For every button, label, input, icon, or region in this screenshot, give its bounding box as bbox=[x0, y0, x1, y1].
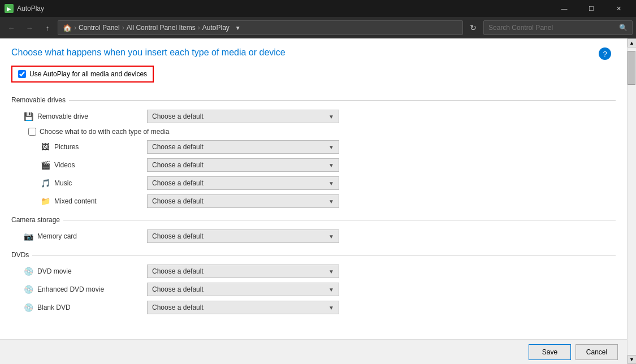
media-type-checkbox[interactable] bbox=[28, 128, 36, 136]
scroll-track bbox=[628, 47, 636, 355]
section-removable-header: Removable drives bbox=[11, 96, 616, 104]
mixed-label: Mixed content bbox=[54, 197, 97, 205]
bottom-bar: Save Cancel bbox=[0, 339, 627, 364]
enhanced-dvd-value: Choose a default bbox=[152, 285, 204, 293]
refresh-button[interactable]: ↻ bbox=[465, 20, 481, 36]
maximize-button[interactable]: ☐ bbox=[578, 0, 604, 17]
select-arrow-icon: ▼ bbox=[328, 114, 334, 120]
memory-card-value: Choose a default bbox=[152, 232, 204, 240]
music-value: Choose a default bbox=[152, 179, 204, 187]
select-arrow-icon: ▼ bbox=[328, 144, 334, 150]
row-enhanced-dvd: 💿 Enhanced DVD movie Choose a default ▼ bbox=[11, 283, 616, 296]
select-arrow-icon: ▼ bbox=[328, 233, 334, 240]
section-removable-label: Removable drives bbox=[11, 96, 69, 104]
page-title: Choose what happens when you insert each… bbox=[11, 47, 616, 58]
search-input[interactable] bbox=[488, 24, 616, 32]
app-icon: ▶ bbox=[5, 4, 14, 13]
breadcrumb-sep-1: › bbox=[74, 24, 76, 32]
scroll-thumb[interactable] bbox=[628, 51, 635, 85]
breadcrumb-control-panel[interactable]: Control Panel bbox=[79, 24, 120, 32]
section-line-camera bbox=[63, 220, 616, 220]
mixed-select[interactable]: Choose a default ▼ bbox=[147, 194, 339, 208]
breadcrumb-all-items[interactable]: All Control Panel Items bbox=[127, 24, 196, 32]
dvd-movie-label: DVD movie bbox=[37, 267, 72, 275]
scroll-down-arrow[interactable]: ▼ bbox=[628, 355, 637, 364]
breadcrumb-bar: 🏠 › Control Panel › All Control Panel It… bbox=[58, 20, 463, 35]
pictures-value: Choose a default bbox=[152, 143, 204, 151]
addressbar: ← → ↑ 🏠 › Control Panel › All Control Pa… bbox=[0, 17, 636, 38]
breadcrumb-sep-2: › bbox=[122, 24, 124, 32]
autoplay-master-checkbox[interactable] bbox=[18, 70, 26, 78]
help-button[interactable]: ? bbox=[599, 47, 611, 60]
music-label: Music bbox=[54, 179, 72, 187]
removable-drive-label: Removable drive bbox=[37, 112, 88, 120]
music-select[interactable]: Choose a default ▼ bbox=[147, 176, 339, 190]
blank-dvd-label: Blank DVD bbox=[37, 304, 71, 311]
removable-drive-select[interactable]: Choose a default ▼ bbox=[147, 110, 339, 123]
pictures-label: Pictures bbox=[54, 143, 79, 151]
titlebar: ▶ AutoPlay — ☐ ✕ bbox=[0, 0, 636, 17]
row-pictures: 🖼 Pictures Choose a default ▼ bbox=[11, 140, 616, 154]
main-container: ? Choose what happens when you insert ea… bbox=[0, 38, 636, 364]
select-arrow-icon: ▼ bbox=[328, 305, 334, 311]
section-line-dvds bbox=[32, 255, 616, 255]
select-arrow-icon: ▼ bbox=[328, 180, 334, 187]
row-removable-drive: 💾 Removable drive Choose a default ▼ bbox=[11, 110, 616, 123]
removable-drive-value: Choose a default bbox=[152, 112, 204, 120]
section-dvds-label: DVDs bbox=[11, 251, 32, 259]
enhanced-dvd-select[interactable]: Choose a default ▼ bbox=[147, 283, 339, 296]
back-button[interactable]: ← bbox=[3, 20, 19, 36]
autoplay-master-label: Use AutoPlay for all media and devices bbox=[29, 70, 147, 78]
row-dvd-movie: 💿 DVD movie Choose a default ▼ bbox=[11, 265, 616, 278]
content-area: ? Choose what happens when you insert ea… bbox=[0, 38, 627, 364]
pictures-select[interactable]: Choose a default ▼ bbox=[147, 140, 339, 154]
camera-icon: 📷 bbox=[23, 231, 34, 242]
scroll-up-arrow[interactable]: ▲ bbox=[628, 38, 637, 47]
window-controls: — ☐ ✕ bbox=[551, 0, 631, 17]
row-mixed: 📁 Mixed content Choose a default ▼ bbox=[11, 194, 616, 208]
select-arrow-icon: ▼ bbox=[328, 287, 334, 293]
dvd-movie-select[interactable]: Choose a default ▼ bbox=[147, 265, 339, 278]
window-title: AutoPlay bbox=[17, 5, 551, 12]
section-camera-label: Camera storage bbox=[11, 216, 63, 224]
memory-card-label: Memory card bbox=[37, 232, 77, 240]
search-icon: 🔍 bbox=[619, 24, 628, 32]
section-dvds-header: DVDs bbox=[11, 251, 616, 259]
select-arrow-icon: ▼ bbox=[328, 198, 334, 205]
minimize-button[interactable]: — bbox=[551, 0, 577, 17]
blank-dvd-icon: 💿 bbox=[23, 302, 34, 313]
enhanced-dvd-label: Enhanced DVD movie bbox=[37, 285, 104, 293]
close-button[interactable]: ✕ bbox=[605, 0, 631, 17]
videos-icon: 🎬 bbox=[40, 159, 51, 171]
home-icon: 🏠 bbox=[63, 24, 72, 32]
cancel-button[interactable]: Cancel bbox=[576, 344, 618, 360]
music-icon: 🎵 bbox=[40, 177, 51, 189]
drive-icon: 💾 bbox=[23, 111, 34, 122]
breadcrumb-sep-3: › bbox=[198, 24, 200, 32]
blank-dvd-value: Choose a default bbox=[152, 304, 204, 311]
select-arrow-icon: ▼ bbox=[328, 268, 334, 275]
save-button[interactable]: Save bbox=[529, 344, 571, 360]
breadcrumb-dropdown-button[interactable]: ▼ bbox=[232, 20, 244, 35]
mixed-value: Choose a default bbox=[152, 197, 204, 205]
up-button[interactable]: ↑ bbox=[40, 20, 55, 36]
forward-button[interactable]: → bbox=[21, 20, 37, 36]
blank-dvd-select[interactable]: Choose a default ▼ bbox=[147, 301, 339, 314]
section-camera-header: Camera storage bbox=[11, 216, 616, 224]
select-arrow-icon: ▼ bbox=[328, 162, 334, 168]
row-memory-card: 📷 Memory card Choose a default ▼ bbox=[11, 229, 616, 243]
dvd-movie-icon: 💿 bbox=[23, 266, 34, 277]
breadcrumb-autoplay[interactable]: AutoPlay bbox=[202, 24, 230, 32]
section-line bbox=[69, 100, 616, 101]
pictures-icon: 🖼 bbox=[40, 141, 51, 153]
scrollbar[interactable]: ▲ ▼ bbox=[627, 38, 636, 364]
media-type-checkbox-row: Choose what to do with each type of medi… bbox=[11, 128, 616, 136]
memory-card-select[interactable]: Choose a default ▼ bbox=[147, 229, 339, 243]
row-blank-dvd: 💿 Blank DVD Choose a default ▼ bbox=[11, 301, 616, 314]
autoplay-master-checkbox-section: Use AutoPlay for all media and devices bbox=[11, 66, 154, 83]
mixed-icon: 📁 bbox=[40, 196, 51, 207]
videos-select[interactable]: Choose a default ▼ bbox=[147, 158, 339, 172]
search-box: 🔍 bbox=[483, 20, 633, 35]
dvd-movie-value: Choose a default bbox=[152, 267, 204, 275]
row-music: 🎵 Music Choose a default ▼ bbox=[11, 176, 616, 190]
